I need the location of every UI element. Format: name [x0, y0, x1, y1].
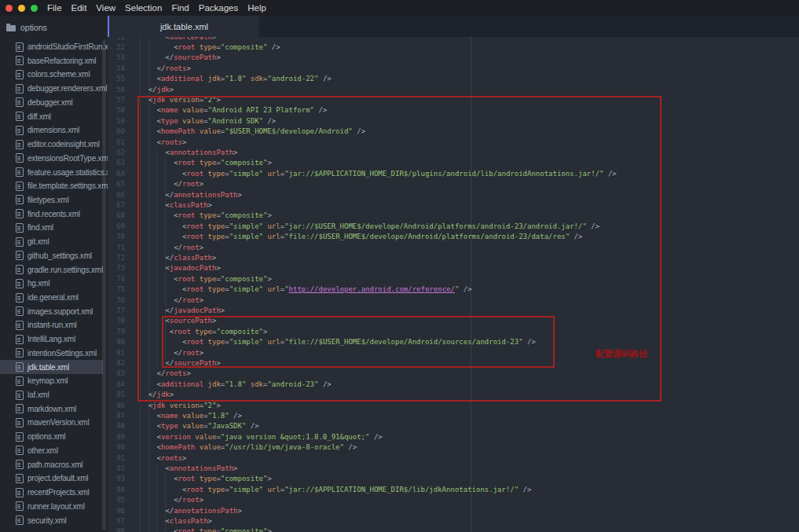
- code-line-88[interactable]: 88 <type value="JavaSDK" />: [108, 421, 799, 431]
- code-line-90[interactable]: 90 <homePath value="/usr/lib/jvm/java-8-…: [108, 442, 799, 453]
- sidebar-item-file-template-settings-xml[interactable]: file.template.settings.xml: [0, 179, 108, 193]
- sidebar-folder-options[interactable]: options: [0, 20, 108, 35]
- sidebar-item-recentProjects-xml[interactable]: recentProjects.xml: [0, 486, 108, 500]
- sidebar-item-androidStudioFirstRun-xml[interactable]: androidStudioFirstRun.xml: [0, 40, 108, 54]
- code-line-95[interactable]: 95 </root>: [108, 495, 799, 505]
- sidebar-item-diff-xml[interactable]: diff.xml: [0, 109, 108, 123]
- tab-bar: jdk.table.xml: [108, 16, 799, 37]
- code-line-91[interactable]: 91 <roots>: [108, 453, 799, 464]
- menu-edit[interactable]: Edit: [71, 3, 87, 13]
- sidebar-item-find-recents-xml[interactable]: find.recents.xml: [0, 207, 108, 221]
- code-line-96[interactable]: 96 </annotationsPath>: [108, 506, 799, 516]
- window-maximize-button[interactable]: [31, 5, 38, 12]
- file-name: colors.scheme.xml: [27, 70, 90, 79]
- code-line-56[interactable]: 56 </jdk>: [108, 85, 799, 95]
- file-name: runner.layout.xml: [27, 502, 85, 511]
- sidebar-item-git-xml[interactable]: git.xml: [0, 235, 108, 249]
- code-line-93[interactable]: 93 <root type="composite">: [108, 474, 799, 484]
- sidebar-item-find-xml[interactable]: find.xml: [0, 221, 108, 235]
- line-number: 74: [108, 274, 125, 284]
- menu-packages[interactable]: Packages: [199, 3, 239, 13]
- sidebar-item-baseRefactoring-xml[interactable]: baseRefactoring.xml: [0, 53, 108, 68]
- sidebar-item-path-macros-xml[interactable]: path.macros.xml: [0, 457, 108, 471]
- sidebar-item-debugger-renderers-xml[interactable]: debugger.renderers.xml: [0, 82, 108, 96]
- menu-help[interactable]: Help: [247, 3, 266, 13]
- sidebar-item-project-default-xml[interactable]: project.default.xml: [0, 471, 108, 486]
- sidebar-item-gradle-run-settings-xml[interactable]: gradle.run.settings.xml: [0, 262, 108, 277]
- sidebar-item-runner-layout-xml[interactable]: runner.layout.xml: [0, 499, 108, 513]
- sidebar-item-editor-codeinsight-xml[interactable]: editor.codeinsight.xml: [0, 138, 108, 152]
- file-icon: [16, 501, 24, 511]
- line-number: 88: [108, 421, 125, 431]
- code-text: <root type="simple" url="jar://$APPLICAT…: [131, 485, 531, 495]
- line-number: 79: [108, 327, 125, 337]
- file-icon: [16, 237, 24, 247]
- file-name: file.template.settings.xml: [27, 182, 108, 190]
- line-number: 75: [108, 284, 125, 295]
- window-close-button[interactable]: [5, 5, 13, 12]
- menu-bar: FileEditViewSelectionFindPackagesHelp: [0, 0, 799, 16]
- sidebar-item-github-settings-xml[interactable]: github_settings.xml: [0, 249, 108, 263]
- sidebar-item-hg-xml[interactable]: hg.xml: [0, 277, 108, 291]
- menu-file[interactable]: File: [47, 3, 62, 13]
- sidebar-item-intentionSettings-xml[interactable]: intentionSettings.xml: [0, 347, 108, 361]
- line-number: 67: [108, 200, 125, 211]
- sidebar-scrollbar[interactable]: [102, 39, 106, 530]
- sidebar-item-laf-xml[interactable]: laf.xml: [0, 388, 108, 402]
- file-name: gradle.run.settings.xml: [27, 266, 103, 274]
- sidebar-item-filetypes-xml[interactable]: filetypes.xml: [0, 193, 108, 207]
- sidebar-item-colors-scheme-xml[interactable]: colors.scheme.xml: [0, 68, 108, 82]
- code-line-94[interactable]: 94 <root type="simple" url="jar://$APPLI…: [108, 485, 799, 495]
- sidebar-item-extensionsRootType-xml[interactable]: extensionsRootType.xml: [0, 151, 108, 165]
- file-icon: [16, 182, 24, 191]
- sidebar-item-IntelliLang-xml[interactable]: IntelliLang.xml: [0, 332, 108, 347]
- code-line-55[interactable]: 55 <additional jdk="1.8" sdk="android-22…: [108, 74, 799, 84]
- file-icon: [16, 391, 24, 400]
- file-name: diff.xml: [27, 112, 51, 121]
- code-line-54[interactable]: 54 </roots>: [108, 64, 799, 74]
- file-icon: [16, 488, 24, 497]
- sidebar-item-dimensions-xml[interactable]: dimensions.xml: [0, 123, 108, 138]
- code-line-52[interactable]: 52 <root type="composite" />: [108, 42, 799, 53]
- window-minimize-button[interactable]: [18, 5, 25, 12]
- sidebar-item-ide-general-xml[interactable]: ide.general.xml: [0, 291, 108, 305]
- sidebar-item-jdk-table-xml[interactable]: jdk.table.xml: [0, 360, 103, 374]
- sidebar-item-feature-usage-statistics-xml[interactable]: feature.usage.statistics.xml: [0, 165, 108, 179]
- line-number: 60: [108, 127, 125, 137]
- sidebar-item-instant-run-xml[interactable]: instant-run.xml: [0, 318, 108, 332]
- code-editor[interactable]: 51 <sourcePath>52 <root type="composite"…: [108, 16, 799, 532]
- code-line-92[interactable]: 92 <annotationsPath>: [108, 464, 799, 474]
- sidebar-item-markdown-xml[interactable]: markdown.xml: [0, 402, 108, 416]
- menu-find[interactable]: Find: [171, 3, 189, 13]
- sidebar-item-other-xml[interactable]: other.xml: [0, 444, 108, 458]
- code-line-86[interactable]: 86 <jdk version="2">: [108, 401, 799, 411]
- file-icon: [16, 474, 24, 483]
- file-name: instant-run.xml: [27, 321, 77, 329]
- file-name: markdown.xml: [27, 405, 76, 413]
- menu-view[interactable]: View: [96, 3, 115, 13]
- line-number: 89: [108, 432, 125, 442]
- tab-jdk-table-xml[interactable]: jdk.table.xml: [108, 16, 259, 37]
- file-icon: [16, 432, 24, 442]
- file-name: androidStudioFirstRun.xml: [27, 42, 108, 51]
- file-name: recentProjects.xml: [27, 488, 90, 497]
- code-line-53[interactable]: 53 </sourcePath>: [108, 53, 799, 63]
- line-number: 80: [108, 337, 125, 347]
- code-text: </roots>: [131, 64, 191, 74]
- line-number: 91: [108, 453, 125, 464]
- sidebar-item-mavenVersion-xml[interactable]: mavenVersion.xml: [0, 416, 108, 430]
- code-line-87[interactable]: 87 <name value="1.8" />: [108, 411, 799, 421]
- sidebar-item-keymap-xml[interactable]: keymap.xml: [0, 374, 108, 388]
- sidebar-item-images-support-xml[interactable]: images.support.xml: [0, 304, 108, 318]
- file-icon: [16, 515, 24, 525]
- sidebar-item-options-xml[interactable]: options.xml: [0, 430, 108, 444]
- code-line-97[interactable]: 97 <classPath>: [108, 516, 799, 526]
- line-number: 69: [108, 222, 125, 232]
- menu-selection[interactable]: Selection: [125, 3, 162, 13]
- sidebar-item-debugger-xml[interactable]: debugger.xml: [0, 96, 108, 110]
- file-name: filetypes.xml: [27, 196, 68, 204]
- code-line-89[interactable]: 89 <version value="java version &quot;1.…: [108, 432, 799, 442]
- sidebar-item-security-xml[interactable]: security.xml: [0, 513, 108, 527]
- line-number: 61: [108, 138, 125, 148]
- code-line-98[interactable]: 98 <root type="composite">: [108, 526, 799, 532]
